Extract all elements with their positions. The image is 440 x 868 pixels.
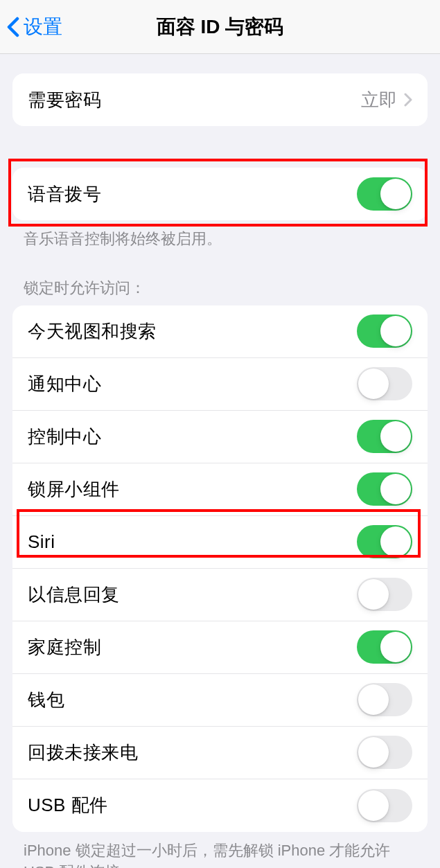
toggle-knob: [380, 474, 411, 504]
toggle-lock-item[interactable]: [357, 789, 412, 822]
back-button[interactable]: 设置: [7, 14, 62, 40]
toggle-knob: [380, 421, 411, 452]
toggle-knob: [380, 632, 411, 662]
row-label: USB 配件: [28, 793, 108, 817]
chevron-left-icon: [7, 17, 19, 37]
row-lock-item: 控制中心: [12, 411, 428, 463]
nav-header: 设置 面容 ID 与密码: [0, 0, 440, 54]
toggle-knob: [358, 579, 389, 610]
row-label: 钱包: [28, 688, 64, 712]
toggle-knob: [358, 790, 389, 821]
group-lock-access: 今天视图和搜索通知中心控制中心锁屏小组件Siri以信息回复家庭控制钱包回拨未接来…: [12, 305, 428, 832]
row-lock-item: 家庭控制: [12, 621, 428, 674]
toggle-lock-item[interactable]: [357, 736, 412, 769]
toggle-knob: [380, 316, 411, 346]
group-require-passcode: 需要密码 立即: [12, 73, 428, 126]
row-lock-item: 锁屏小组件: [12, 463, 428, 516]
row-label: 需要密码: [28, 88, 101, 112]
toggle-lock-item[interactable]: [357, 525, 412, 558]
toggle-knob: [358, 369, 389, 399]
row-label: 控制中心: [28, 425, 101, 449]
page-title: 面容 ID 与密码: [157, 14, 284, 40]
toggle-lock-item[interactable]: [357, 420, 412, 453]
row-lock-item: 今天视图和搜索: [12, 305, 428, 358]
toggle-lock-item[interactable]: [357, 472, 412, 506]
row-label: 家庭控制: [28, 635, 101, 659]
row-lock-item: 回拨未接来电: [12, 727, 428, 779]
row-label: 回拨未接来电: [28, 741, 138, 765]
toggle-lock-item[interactable]: [357, 630, 412, 664]
row-lock-item: 以信息回复: [12, 569, 428, 621]
toggle-knob: [358, 684, 389, 715]
back-label: 设置: [24, 14, 62, 40]
row-label: 以信息回复: [28, 583, 120, 607]
row-lock-item: 通知中心: [12, 358, 428, 411]
row-right: 立即: [361, 88, 412, 112]
row-voice-dial: 语音拨号: [12, 168, 428, 220]
row-value: 立即: [361, 88, 397, 112]
section-header-lock-access: 锁定时允许访问：: [0, 250, 440, 305]
chevron-right-icon: [404, 93, 412, 107]
group-voice-dial: 语音拨号: [12, 168, 428, 220]
toggle-lock-item[interactable]: [357, 683, 412, 716]
row-label: Siri: [28, 531, 55, 553]
row-lock-item: Siri: [12, 516, 428, 569]
row-label: 语音拨号: [28, 182, 101, 206]
usb-footer: iPhone 锁定超过一小时后，需先解锁 iPhone 才能允许 USB 配件连…: [0, 832, 440, 868]
row-label: 今天视图和搜索: [28, 319, 157, 344]
toggle-knob: [358, 737, 389, 768]
row-label: 锁屏小组件: [28, 477, 120, 502]
toggle-knob: [380, 179, 411, 209]
toggle-lock-item[interactable]: [357, 367, 412, 400]
row-require-passcode[interactable]: 需要密码 立即: [12, 73, 428, 126]
toggle-lock-item[interactable]: [357, 578, 412, 611]
row-lock-item: 钱包: [12, 674, 428, 727]
voice-dial-footer: 音乐语音控制将始终被启用。: [0, 220, 440, 250]
row-lock-item: USB 配件: [12, 779, 428, 832]
toggle-knob: [380, 526, 411, 557]
toggle-lock-item[interactable]: [357, 315, 412, 348]
toggle-voice-dial[interactable]: [357, 177, 412, 211]
row-label: 通知中心: [28, 372, 101, 396]
